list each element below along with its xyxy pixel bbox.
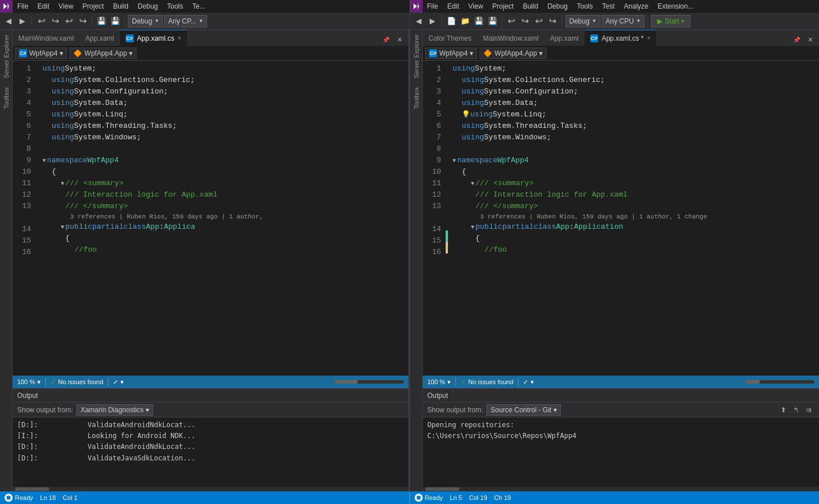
tab-app-xaml-left[interactable]: App.xaml xyxy=(80,30,120,46)
code-editor-left[interactable]: 12345678910111213 141516 using System; u… xyxy=(13,61,408,376)
menu-debug-left[interactable]: Debug xyxy=(133,0,162,13)
redo-right[interactable]: ↪ xyxy=(519,15,532,28)
output-content-right[interactable]: Opening repositories: C:\Users\rurios\So… xyxy=(423,417,819,487)
close-tab-left[interactable]: × xyxy=(393,33,406,46)
scrollbar-thumb-left[interactable] xyxy=(15,487,49,491)
output-header-right: Output xyxy=(423,389,819,403)
output-wrap-right[interactable]: ↰ xyxy=(790,404,802,416)
save2-left[interactable]: 💾 xyxy=(109,15,122,28)
server-explorer-label[interactable]: Server Explorer xyxy=(2,30,11,83)
zoom-arrow-right: ▾ xyxy=(447,378,451,386)
analysis-item-right[interactable]: ✓ ▾ xyxy=(523,378,534,386)
menu-view-left[interactable]: View xyxy=(54,0,78,13)
menu-project-right[interactable]: Project xyxy=(487,0,518,13)
config-dropdown-right[interactable]: Debug ▼ xyxy=(566,15,600,28)
undo2-left[interactable]: ↩ xyxy=(63,15,75,28)
menu-te-left[interactable]: Te... xyxy=(188,0,210,13)
menu-edit-right[interactable]: Edit xyxy=(443,0,464,13)
menu-tools-right[interactable]: Tools xyxy=(572,0,598,13)
output-source-dropdown-left[interactable]: Xamarin Diagnostics ▾ xyxy=(76,404,153,416)
menu-file-right[interactable]: File xyxy=(423,0,443,13)
code-editor-right[interactable]: 12345678910111213 141516 xyxy=(423,61,819,376)
fold-namespace-left[interactable]: ▼ xyxy=(42,157,46,165)
tab-mainwindow-xaml-right[interactable]: MainWindow.xaml xyxy=(477,30,544,46)
class-selector-right[interactable]: 🔶 WpfApp4.App ▾ xyxy=(479,48,547,59)
output-clear-right[interactable]: ⬆ xyxy=(778,404,789,416)
fold-summary-left[interactable]: ▼ xyxy=(61,179,64,188)
undo-left[interactable]: ↩ xyxy=(35,15,48,28)
tab-close-right[interactable]: × xyxy=(647,35,650,41)
menu-file-left[interactable]: File xyxy=(13,0,33,13)
cpu-dropdown-right[interactable]: Any CPU ▼ xyxy=(602,15,645,28)
output-line: [I:]: Looking for Android NDK... xyxy=(17,431,404,442)
save4-right[interactable]: 💾 xyxy=(486,15,499,28)
menu-project-left[interactable]: Project xyxy=(78,0,108,13)
cpu-dropdown-left[interactable]: Any CP... ▼ xyxy=(164,15,207,28)
analysis-item-left[interactable]: ✓ ▾ xyxy=(113,378,124,386)
fold-summary-right[interactable]: ▼ xyxy=(471,179,474,188)
output-content-left[interactable]: [D:]: ValidateAndroidNdkLocat... [I:]: L… xyxy=(13,417,408,487)
tab-color-themes[interactable]: Color Themes xyxy=(423,30,477,46)
nav-back-right[interactable]: ◀ xyxy=(412,15,425,28)
issues-item-left[interactable]: ✓ No issues found xyxy=(50,378,103,386)
save3-right[interactable]: 💾 xyxy=(473,15,485,28)
menu-debug-right[interactable]: Debug xyxy=(543,0,572,13)
menu-edit-left[interactable]: Edit xyxy=(33,0,54,13)
svg-rect-1 xyxy=(416,495,421,500)
output-copy-right[interactable]: ⇉ xyxy=(803,404,814,416)
redo2-right[interactable]: ↪ xyxy=(547,15,559,28)
issues-item-right[interactable]: ✓ No issues found xyxy=(461,378,513,386)
ln-text-left: Ln 18 xyxy=(40,494,56,501)
tab-close-left[interactable]: × xyxy=(178,35,181,41)
menu-extension-right[interactable]: Extension... xyxy=(653,0,698,13)
toolbox-label-right[interactable]: Toolbox xyxy=(412,83,421,114)
code-content-left[interactable]: using System; using System.Collections.G… xyxy=(38,61,408,376)
project-selector-right[interactable]: C# WpfApp4 ▾ xyxy=(425,48,477,59)
start-button[interactable]: ▶ Start ▾ xyxy=(651,15,691,28)
zoom-item-left[interactable]: 100 % ▾ xyxy=(17,378,41,386)
menu-build-right[interactable]: Build xyxy=(518,0,543,13)
menu-view-right[interactable]: View xyxy=(464,0,488,13)
output-source-dropdown-right[interactable]: Source Control - Git ▾ xyxy=(486,404,561,416)
nav-back-left[interactable]: ◀ xyxy=(2,15,15,28)
output-line: [D:]: ValidateAndroidNdkLocat... xyxy=(17,442,404,452)
vs-logo-left[interactable] xyxy=(0,0,13,13)
nav-fwd-left[interactable]: ▶ xyxy=(16,15,29,28)
undo-right[interactable]: ↩ xyxy=(505,15,518,28)
output-scrollbar-left[interactable] xyxy=(13,487,408,491)
editor-status-right: 100 % ▾ ✓ No issues found ✓ ▾ xyxy=(423,376,819,388)
menu-analyze-right[interactable]: Analyze xyxy=(619,0,653,13)
fold-class-right[interactable]: ▼ xyxy=(471,223,474,232)
save-left[interactable]: 💾 xyxy=(95,15,108,28)
tab-app-xaml-cs-left[interactable]: C# App.xaml.cs × xyxy=(120,30,187,46)
close-tab-right[interactable]: × xyxy=(804,33,817,46)
fold-namespace-right[interactable]: ▼ xyxy=(453,157,456,165)
undo2-right[interactable]: ↩ xyxy=(533,15,545,28)
tab-app-xaml-right[interactable]: App.xaml xyxy=(544,30,584,46)
redo2-left[interactable]: ↪ xyxy=(76,15,89,28)
tab-mainwindow-xaml-left[interactable]: MainWindow.xaml xyxy=(13,30,80,46)
file-new-right[interactable]: 📄 xyxy=(445,15,458,28)
config-dropdown-left[interactable]: Debug ▼ xyxy=(128,15,163,28)
cs-file-icon: C# xyxy=(126,34,134,42)
folder-right[interactable]: 📁 xyxy=(459,15,471,28)
menu-test-right[interactable]: Test xyxy=(598,0,619,13)
output-panel-right: Output Show output from: Source Control … xyxy=(423,388,819,491)
project-selector-left[interactable]: C# WpfApp4 ▾ xyxy=(15,48,67,59)
code-content-right[interactable]: using System; using System.Collections.G… xyxy=(448,61,819,376)
menu-tools-left[interactable]: Tools xyxy=(162,0,188,13)
pin-tab-left[interactable]: 📌 xyxy=(380,33,392,46)
server-explorer-label-right[interactable]: Server Explorer xyxy=(412,30,421,83)
fold-class-left[interactable]: ▼ xyxy=(61,223,64,232)
menu-build-left[interactable]: Build xyxy=(108,0,133,13)
toolbox-label-left[interactable]: Toolbox xyxy=(2,83,11,114)
zoom-item-right[interactable]: 100 % ▾ xyxy=(427,378,451,386)
nav-fwd-right[interactable]: ▶ xyxy=(426,15,439,28)
class-selector-left[interactable]: 🔶 WpfApp4.App ▾ xyxy=(69,48,136,59)
output-scrollbar-right[interactable] xyxy=(423,487,819,491)
tab-app-xaml-cs-right[interactable]: C# App.xaml.cs * × xyxy=(584,30,656,46)
redo-left[interactable]: ↪ xyxy=(49,15,61,28)
scrollbar-thumb-right[interactable] xyxy=(425,487,459,491)
pin-tab-right[interactable]: 📌 xyxy=(790,33,803,46)
vs-logo-right[interactable] xyxy=(410,0,423,13)
